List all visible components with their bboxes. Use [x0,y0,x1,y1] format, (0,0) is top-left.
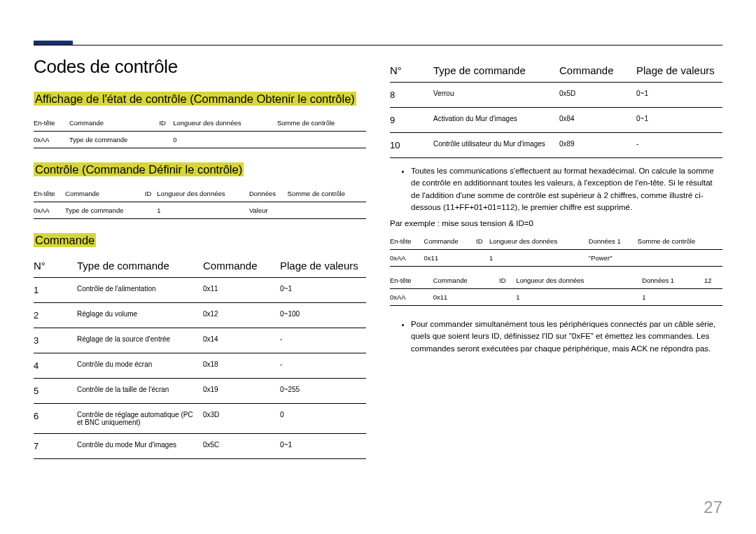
section-heading-set-control: Contrôle (Commande Définir le contrôle) [34,161,366,178]
cell-range: - [280,353,366,379]
cell-cmd: 0x11 [203,278,280,303]
th: Longueur des données [516,272,642,289]
td: 1 [157,202,249,218]
th-no: N° [390,60,433,83]
th: Commande [69,115,160,132]
cell-range: 0~100 [280,303,366,328]
cell-cmd: 0x3D [203,404,280,434]
th: ID [145,185,158,202]
note-item: Pour commander simultanément tous les pé… [411,318,722,355]
cell-type: Contrôle de la taille de l'écran [77,379,203,404]
cell-type: Contrôle du mode Mur d'images [77,434,203,459]
table-row: 7Contrôle du mode Mur d'images0x5C0~1 [34,434,366,459]
cell-cmd: 0x5C [203,434,280,459]
cell-cmd: 0x19 [203,379,280,404]
cell-range: 0~255 [280,379,366,404]
cell-no: 7 [34,434,77,459]
td [277,131,366,148]
cell-no: 3 [34,328,77,353]
th-type: Type de commande [433,60,559,83]
th: En-tête [390,233,424,250]
td [476,250,489,267]
cell-cmd: 0x12 [203,303,280,328]
table-row: 0xAA Type de commande 0 [34,131,366,148]
left-column: Codes de contrôle Affichage de l'état de… [34,56,366,459]
note-item: Toutes les communications s'effectuent a… [411,165,722,213]
cell-no: 1 [34,278,77,303]
th-cmd: Commande [559,60,636,83]
th: Commande [433,272,499,289]
cell-range: 0~1 [280,434,366,459]
table-row: 0xAA Type de commande 1 Valeur [34,202,366,218]
th-range: Plage de valeurs [280,255,366,278]
th: 12 [704,272,722,289]
section-heading-command: Commande [34,232,366,249]
td [499,289,516,306]
table-row: 9Activation du Mur d'images0x840~1 [390,108,722,133]
td: 1 [516,289,642,306]
th: Données 1 [589,233,638,250]
page-title: Codes de contrôle [34,56,366,78]
table-row: 6Contrôle de réglage automatique (PC et … [34,404,366,434]
th-cmd: Commande [203,255,280,278]
td [145,202,158,218]
td: 0x11 [424,250,476,267]
td: "Power" [589,250,638,267]
command-table-right: N° Type de commande Commande Plage de va… [390,60,722,158]
th: Commande [65,185,145,202]
cell-no: 2 [34,303,77,328]
cell-type: Réglage de la source d'entrée [77,328,203,353]
th-no: N° [34,255,77,278]
manual-page: Codes de contrôle Affichage de l'état de… [0,0,756,534]
cell-cmd: 0x84 [559,108,636,133]
th: ID [159,115,173,132]
page-number: 27 [704,498,722,517]
table-row: 5Contrôle de la taille de l'écran0x190~2… [34,379,366,404]
td: 0xAA [390,250,424,267]
example-line: Par exemple : mise sous tension & ID=0 [390,219,722,227]
example-table-b: En-tête Commande ID Longueur des données… [390,272,722,306]
th: Longueur des données [157,185,249,202]
cell-no: 4 [34,353,77,379]
cell-range: 0~1 [280,278,366,303]
td: 0xAA [34,202,65,218]
set-control-table: En-tête Commande ID Longueur des données… [34,185,366,219]
th: Données [249,185,288,202]
th: Somme de contrôle [288,185,366,202]
cell-type: Réglage du volume [77,303,203,328]
cell-type: Contrôle utilisateur du Mur d'images [433,133,559,158]
td: 0x11 [433,289,499,306]
notes-list: Toutes les communications s'effectuent a… [390,165,722,213]
table-row: 8Verrou0x5D0~1 [390,83,722,108]
cell-cmd: 0x18 [203,353,280,379]
td: 0xAA [34,131,69,148]
top-horizontal-rule [34,45,722,45]
td: 1 [642,289,704,306]
cell-type: Contrôle du mode écran [77,353,203,379]
cell-range: - [280,328,366,353]
cell-range: - [636,133,722,158]
td: Type de commande [69,131,160,148]
td: 0 [173,131,277,148]
cell-no: 6 [34,404,77,434]
cell-type: Verrou [433,83,559,108]
section-heading-display-state: Affichage de l'état de contrôle (Command… [34,90,366,108]
td: 0xAA [390,289,433,306]
table-row: 1Contrôle de l'alimentation0x110~1 [34,278,366,303]
th: En-tête [390,272,433,289]
th: Commande [424,233,476,250]
table-row: 2Réglage du volume0x120~100 [34,303,366,328]
th: Longueur des données [173,115,277,132]
cell-cmd: 0x5D [559,83,636,108]
td [288,202,366,218]
section-heading-text: Affichage de l'état de contrôle (Command… [34,92,356,106]
cell-cmd: 0x89 [559,133,636,158]
th-range: Plage de valeurs [636,60,722,83]
cell-type: Contrôle de l'alimentation [77,278,203,303]
table-row: 10Contrôle utilisateur du Mur d'images0x… [390,133,722,158]
th: Longueur des données [489,233,589,250]
td: Valeur [249,202,288,218]
cell-type: Contrôle de réglage automatique (PC et B… [77,404,203,434]
td [638,250,722,267]
cell-range: 0 [280,404,366,434]
